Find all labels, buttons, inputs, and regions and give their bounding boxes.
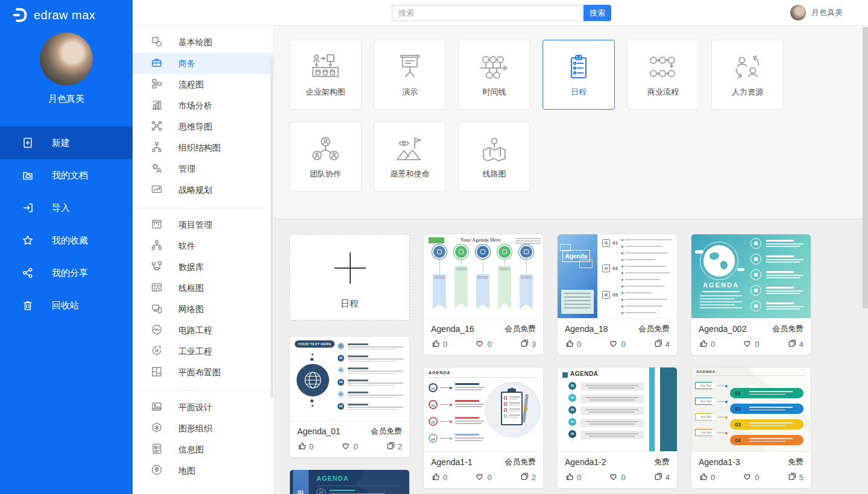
- like-stat[interactable]: 0: [565, 472, 581, 483]
- decor: [700, 301, 742, 302]
- subcategory-card-schedule[interactable]: 日程: [542, 40, 615, 110]
- decor: [754, 273, 758, 277]
- subcategory-card-business-process[interactable]: 商业流程: [627, 40, 699, 110]
- bar-chart-icon: [151, 99, 163, 113]
- category-item-management[interactable]: 管理: [133, 158, 274, 180]
- decor: [668, 70, 675, 77]
- decor: [725, 432, 728, 434]
- favorite-stat[interactable]: 0: [743, 472, 759, 483]
- template-card-Agenda_01[interactable]: YOUR TEXT HERE010203040506 Agenda_01 会员免…: [289, 336, 410, 458]
- like-stat[interactable]: 0: [297, 441, 313, 452]
- subcategory-card-human-resources[interactable]: 人力资源: [711, 40, 784, 110]
- template-column: AGENDA Agenda_002 会员免费 0 0 4 AGENDAYour …: [691, 234, 811, 494]
- favorite-stat[interactable]: 0: [743, 339, 759, 349]
- decor: Agenda: [562, 253, 590, 260]
- favorite-stat[interactable]: 0: [475, 339, 491, 349]
- category-item-mind-map[interactable]: 思维导图: [133, 116, 274, 137]
- decor: [621, 272, 623, 274]
- subcategory-card-roadmap[interactable]: 线路图: [458, 122, 530, 192]
- gear-person-icon: [151, 162, 163, 176]
- new-template-card[interactable]: 日程: [289, 234, 410, 320]
- category-item-project-management[interactable]: 项目管理: [133, 214, 274, 236]
- category-item-database[interactable]: 数据库: [133, 257, 274, 278]
- main-scrollbar[interactable]: [863, 27, 868, 308]
- decor: [486, 72, 492, 78]
- left-nav-recycle-bin[interactable]: 回收站: [0, 289, 133, 322]
- category-item-graphic-organizer[interactable]: 图形组织: [133, 418, 274, 439]
- template-card-Agenda_16[interactable]: Your Agenda Here Agenda_16 会员免费 0 0 3: [423, 234, 544, 355]
- category-item-floor-plan[interactable]: 平面布置图: [133, 362, 274, 383]
- category-item-network[interactable]: 网络图: [133, 299, 274, 320]
- favorite-stat[interactable]: 0: [341, 441, 357, 452]
- decor: [348, 370, 403, 372]
- like-stat[interactable]: 0: [431, 339, 447, 349]
- decor: [766, 308, 800, 310]
- category-item-market-analysis[interactable]: 市场分析: [133, 95, 274, 116]
- heart-icon: [475, 472, 484, 483]
- decor: [450, 421, 452, 423]
- like-icon: [431, 472, 440, 483]
- decor: [580, 383, 644, 391]
- template-card-Agenda1-3[interactable]: AGENDAYour Text01Your Text02Your Text03Y…: [691, 367, 811, 489]
- decor: [589, 399, 635, 401]
- category-item-electrical[interactable]: 电路工程: [133, 320, 274, 341]
- decor: [508, 389, 516, 393]
- like-stat[interactable]: 0: [699, 339, 715, 349]
- subcategory-card-team-collaboration[interactable]: 团队协作: [289, 122, 362, 192]
- left-nav-new[interactable]: 新建: [0, 127, 133, 159]
- category-sidebar-scrollbar[interactable]: [271, 57, 273, 398]
- subcategory-card-vision-mission[interactable]: 愿景和使命: [374, 122, 446, 192]
- decor: [562, 372, 568, 378]
- user-avatar[interactable]: [40, 33, 93, 86]
- like-stat[interactable]: 0: [565, 339, 581, 349]
- decor: [330, 70, 335, 72]
- template-card-Agenda1-2[interactable]: AGENDA0102030405 Agenda1-2 免费 0 0 4: [557, 367, 678, 489]
- user-chip[interactable]: 月色真美: [790, 5, 843, 20]
- category-item-graphic-design[interactable]: 平面设计: [133, 397, 274, 418]
- decor: [450, 404, 452, 406]
- decor: [718, 417, 725, 417]
- category-item-infographic[interactable]: 信息图: [133, 439, 274, 460]
- left-nav-shares[interactable]: 我的分享: [0, 257, 133, 289]
- favorite-stat[interactable]: 0: [609, 472, 625, 483]
- category-item-software[interactable]: 软件: [133, 236, 274, 257]
- subcategory-card-timeline[interactable]: 时间线: [458, 40, 530, 110]
- category-label: 线框图: [178, 283, 204, 294]
- brand-logo[interactable]: edraw max: [0, 0, 133, 23]
- category-item-basic-drawing[interactable]: 基本绘图: [133, 32, 274, 53]
- heart-icon: [609, 472, 618, 483]
- favorite-stat[interactable]: 0: [609, 339, 625, 349]
- decor: [455, 406, 482, 407]
- category-item-strategic-planning[interactable]: 战略规划: [133, 180, 274, 201]
- decor: [702, 291, 740, 292]
- left-sidebar: edraw max 月色真美 新建 我的文档 导入 我的收藏 我的分享 回收站: [0, 0, 133, 494]
- left-nav-import[interactable]: 导入: [0, 192, 133, 224]
- decor: [403, 57, 417, 67]
- category-item-org-chart[interactable]: 组织结构图: [133, 137, 274, 158]
- decor: [348, 395, 403, 396]
- search-input[interactable]: [392, 5, 583, 21]
- decor: [585, 409, 638, 410]
- category-item-map[interactable]: 地图: [133, 460, 274, 481]
- subcategory-card-presentation[interactable]: 演示: [374, 40, 446, 110]
- category-item-business[interactable]: 商务: [133, 53, 274, 74]
- category-item-flowchart[interactable]: 流程图: [133, 74, 274, 95]
- template-card-Agenda1-1[interactable]: AGENDA01020304 Agenda1-1 会员免费 0 0 2: [423, 367, 544, 489]
- decor: [789, 342, 794, 346]
- template-card-Agenda_002[interactable]: AGENDA Agenda_002 会员免费 0 0 4: [691, 234, 811, 355]
- template-card-Agenda_18[interactable]: Agenda010305 Agenda_18 会员免费 0 0 4: [557, 234, 678, 355]
- template-name: Agenda1-2: [565, 457, 606, 467]
- category-item-wireframe[interactable]: 线框图: [133, 278, 274, 299]
- search-button[interactable]: 搜索: [583, 5, 611, 21]
- category-item-industrial[interactable]: 工业工程: [133, 341, 274, 362]
- left-nav-label: 导入: [52, 202, 70, 214]
- template-card-partial[interactable]: 01AGENDA: [289, 469, 410, 494]
- decor: 02: [338, 355, 344, 361]
- like-stat[interactable]: 0: [699, 472, 715, 483]
- decor: [621, 312, 623, 314]
- like-stat[interactable]: 0: [431, 472, 447, 483]
- left-nav-my-documents[interactable]: 我的文档: [0, 159, 133, 192]
- left-nav-favorites[interactable]: 我的收藏: [0, 224, 133, 257]
- subcategory-card-enterprise-architecture[interactable]: 企业架构图: [289, 40, 362, 110]
- favorite-stat[interactable]: 0: [475, 472, 491, 483]
